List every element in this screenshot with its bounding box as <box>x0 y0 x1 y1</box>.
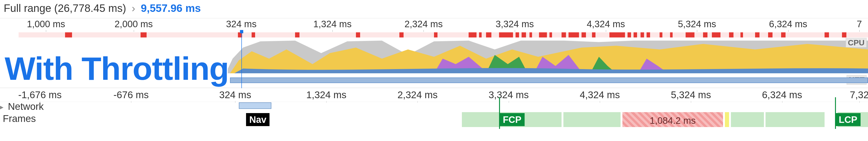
overview-tick: 324 ms <box>226 19 256 29</box>
long-task-row <box>0 31 868 38</box>
overview-tick: 3,324 ms <box>496 19 534 29</box>
fcp-badge[interactable]: FCP <box>499 113 525 126</box>
long-task-mark <box>550 32 552 37</box>
overview-tick: 6,324 ms <box>769 19 807 29</box>
overview-tick: 1,000 ms <box>27 19 65 29</box>
long-task-mark <box>582 32 586 37</box>
overview-tick: 2,324 ms <box>404 19 443 29</box>
long-task-mark <box>469 32 476 37</box>
selection-range-label[interactable]: 9,557.96 ms <box>141 2 201 15</box>
overview-tick: 2,000 ms <box>115 19 153 29</box>
frame-block[interactable] <box>563 112 621 127</box>
long-task-mark <box>842 32 846 37</box>
long-frame-block[interactable]: 1,084.2 ms <box>622 112 723 127</box>
long-task-mark <box>686 32 694 37</box>
network-activity-bar <box>230 78 868 83</box>
nav-badge[interactable]: Nav <box>246 113 270 126</box>
network-track-row[interactable]: ▸ Network <box>0 102 868 111</box>
detail-tick: 4,324 ms <box>580 89 620 101</box>
frames-track-label: Frames <box>3 113 36 124</box>
lcp-badge[interactable]: LCP <box>835 113 861 126</box>
long-task-mark <box>825 32 829 37</box>
long-task-mark <box>768 32 773 37</box>
network-track-label: Network <box>8 101 44 112</box>
detail-tick: -1,676 ms <box>18 89 62 101</box>
overview-tick: 4,324 ms <box>587 19 625 29</box>
long-task-mark <box>647 32 650 37</box>
frame-block[interactable] <box>766 112 825 127</box>
long-task-mark <box>356 32 360 37</box>
long-task-mark <box>499 32 513 37</box>
long-task-mark <box>627 32 631 37</box>
disclosure-triangle-icon[interactable]: ▸ <box>0 103 3 111</box>
long-task-mark <box>562 32 566 37</box>
long-task-mark <box>252 32 255 37</box>
timeline-overview[interactable]: 1,000 ms2,000 ms324 ms1,324 ms2,324 ms3,… <box>0 18 868 88</box>
long-task-mark <box>592 32 595 37</box>
range-breadcrumb[interactable]: Full range (26,778.45 ms) › 9,557.96 ms <box>0 0 868 18</box>
detail-tick: 1,324 ms <box>306 89 346 101</box>
long-task-mark <box>434 32 437 37</box>
overview-tick: 7 <box>857 19 862 29</box>
detail-tick: 7,32 <box>850 89 868 101</box>
long-task-mark <box>729 32 734 37</box>
long-task-mark <box>486 32 491 37</box>
detail-tick: -676 ms <box>113 89 149 101</box>
detail-tick: 3,324 ms <box>489 89 529 101</box>
annotation-overlay-text: With Throttling <box>5 50 228 87</box>
long-task-mark <box>65 32 72 37</box>
long-task-mark <box>633 32 637 37</box>
long-task-mark <box>539 32 547 37</box>
long-task-mark <box>703 32 708 37</box>
long-task-mark <box>755 32 760 37</box>
detail-ruler[interactable]: -1,676 ms-676 ms324 ms1,324 ms2,324 ms3,… <box>0 88 868 102</box>
long-task-mark <box>479 32 482 37</box>
long-task-mark <box>516 32 519 37</box>
detail-tick: 5,324 ms <box>671 89 711 101</box>
network-request-bar[interactable] <box>239 102 271 109</box>
long-task-mark <box>670 32 673 37</box>
chevron-right-icon: › <box>132 2 135 15</box>
full-range-label[interactable]: Full range (26,778.45 ms) <box>4 2 126 15</box>
detail-tick: 2,324 ms <box>398 89 438 101</box>
cpu-label: CPU <box>846 38 867 48</box>
detail-tick: 324 ms <box>219 89 251 101</box>
long-task-mark <box>610 32 625 37</box>
long-task-mark <box>712 32 720 37</box>
long-task-mark <box>781 32 785 37</box>
long-task-mark <box>641 32 644 37</box>
long-task-mark <box>295 32 300 37</box>
frame-block[interactable] <box>725 112 729 127</box>
detail-tick: 6,324 ms <box>762 89 802 101</box>
long-frame-duration: 1,084.2 ms <box>650 115 695 126</box>
overview-tick: 5,324 ms <box>678 19 716 29</box>
frame-block[interactable] <box>731 112 764 127</box>
long-task-mark <box>568 32 579 37</box>
overview-cursor[interactable] <box>241 31 242 88</box>
timeline-detail[interactable]: -1,676 ms-676 ms324 ms1,324 ms2,324 ms3,… <box>0 88 868 129</box>
long-task-mark <box>522 32 526 37</box>
frames-track-row[interactable]: Frames 1,084.2 ms Nav FCP LCP <box>0 111 868 129</box>
long-task-mark <box>529 32 532 37</box>
overview-tick: 1,324 ms <box>313 19 352 29</box>
long-task-mark <box>141 32 147 37</box>
overview-ruler[interactable]: 1,000 ms2,000 ms324 ms1,324 ms2,324 ms3,… <box>0 18 868 31</box>
long-task-mark <box>660 32 662 37</box>
long-task-mark <box>740 32 743 37</box>
long-task-mark <box>399 32 404 37</box>
